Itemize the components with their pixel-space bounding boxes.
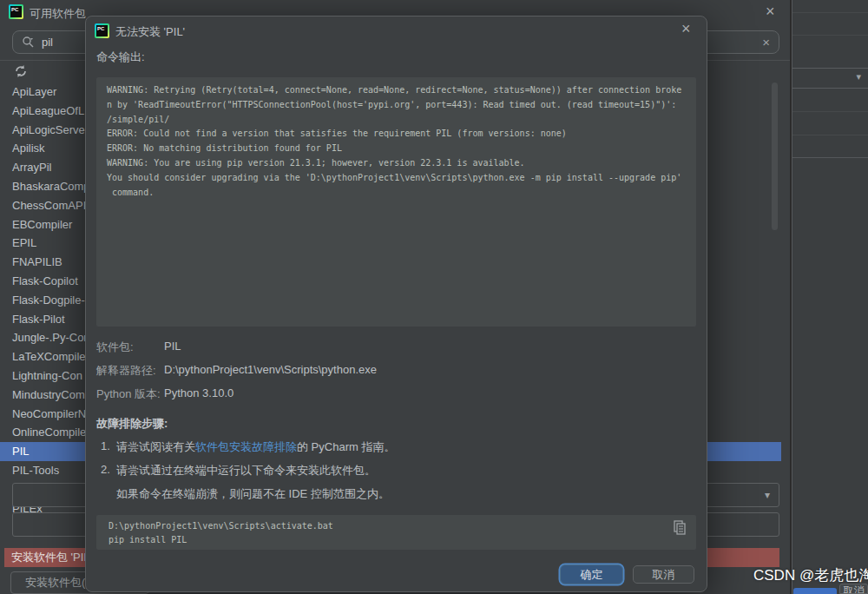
step1-post: 的 PyCharm 指南。 <box>297 440 395 453</box>
cannot-install-dialog: PC 无法安装 'PIL' × 命令输出: WARNING: Retrying … <box>85 16 707 592</box>
step-number: 2. <box>101 463 110 476</box>
divider <box>792 88 868 89</box>
command-output-label: 命令输出: <box>96 50 145 65</box>
troubleshoot-note: 如果命令在终端崩溃，则问题不在 IDE 控制范围之内。 <box>116 486 390 502</box>
step-number: 1. <box>101 439 110 452</box>
settings-window-edge: ▾ 取消 <box>792 0 868 594</box>
pycharm-icon: PC <box>9 4 23 19</box>
step1-pre: 请尝试阅读有关 <box>116 440 195 453</box>
divider <box>792 68 868 69</box>
interpreter-label: 解释器路径: <box>96 363 156 379</box>
divider <box>792 12 868 13</box>
chevron-down-icon: ▾ <box>856 71 861 82</box>
python-version-value: Python 3.10.0 <box>164 386 233 399</box>
package-label: 软件包: <box>96 340 134 355</box>
divider <box>792 111 868 112</box>
search-value: pil <box>42 36 53 49</box>
interpreter-value: D:\pythonProject1\venv\Scripts\python.ex… <box>164 363 377 376</box>
pycharm-icon: PC <box>95 23 109 38</box>
close-icon[interactable]: × <box>766 4 775 18</box>
search-icon <box>22 36 35 49</box>
refresh-icon[interactable] <box>13 63 29 79</box>
package-value: PIL <box>164 340 181 353</box>
troubleshoot-step-1: 请尝试阅读有关软件包安装故障排除的 PyCharm 指南。 <box>116 439 395 455</box>
window-title: 可用软件包 <box>30 6 86 22</box>
ok-button[interactable]: 确定 <box>560 564 623 584</box>
command-output-console: WARNING: Retrying (Retry(total=4, connec… <box>96 77 696 327</box>
watermark: CSDN @老虎也淘气 <box>753 565 868 585</box>
scrollbar[interactable] <box>772 82 778 230</box>
copy-icon[interactable] <box>672 519 687 537</box>
divider <box>792 135 868 135</box>
dialog-title: 无法安装 'PIL' <box>115 24 185 40</box>
troubleshoot-step-2: 请尝试通过在终端中运行以下命令来安装此软件包。 <box>116 463 376 478</box>
clear-search-icon[interactable]: × <box>762 35 770 50</box>
troubleshoot-heading: 故障排除步骤: <box>96 416 168 432</box>
chevron-down-icon: ▾ <box>765 489 770 501</box>
python-version-label: Python 版本: <box>96 386 161 402</box>
divider <box>792 157 868 158</box>
close-icon[interactable]: × <box>681 22 691 36</box>
divider <box>792 35 868 36</box>
cancel-button[interactable]: 取消 <box>633 565 694 584</box>
troubleshoot-link[interactable]: 软件包安装故障排除 <box>195 440 297 453</box>
ok-button-fragment[interactable] <box>793 588 837 594</box>
terminal-command-box: D:\pythonProject1\venv\Scripts\activate.… <box>96 515 696 550</box>
